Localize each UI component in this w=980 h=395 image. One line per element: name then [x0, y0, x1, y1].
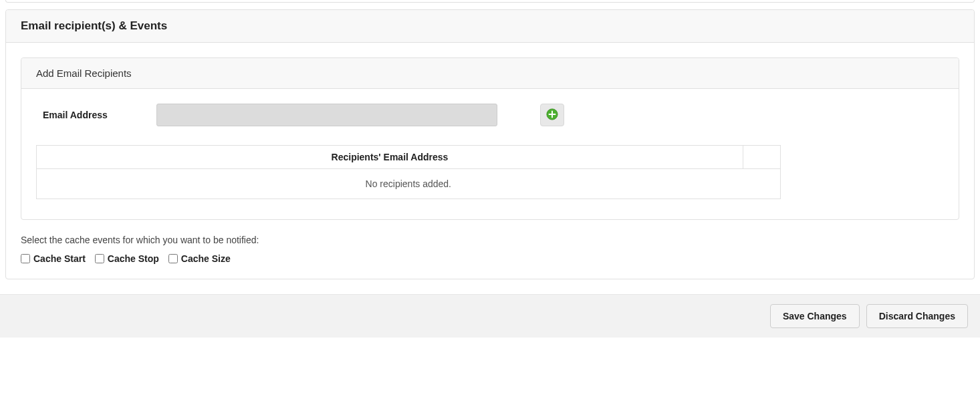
- cache-size-label: Cache Size: [181, 253, 231, 264]
- email-address-row: Email Address: [36, 104, 944, 126]
- add-recipients-title: Add Email Recipients: [21, 58, 959, 89]
- recipients-header-email: Recipients' Email Address: [37, 146, 743, 169]
- footer-bar: Save Changes Discard Changes: [0, 294, 980, 338]
- cache-start-label: Cache Start: [33, 253, 86, 264]
- discard-button[interactable]: Discard Changes: [866, 304, 968, 328]
- events-instruction: Select the cache events for which you wa…: [21, 235, 959, 245]
- cache-stop-checkbox[interactable]: [95, 254, 104, 263]
- panel-title: Email recipient(s) & Events: [6, 10, 974, 43]
- cache-start-checkbox[interactable]: [21, 254, 30, 263]
- plus-circle-icon: [546, 108, 558, 122]
- cache-size-checkbox[interactable]: [168, 254, 178, 263]
- table-row: No recipients added.: [37, 169, 781, 199]
- previous-panel-edge: [5, 0, 975, 3]
- email-events-panel: Email recipient(s) & Events Add Email Re…: [5, 9, 975, 279]
- recipients-empty-message: No recipients added.: [37, 169, 781, 199]
- email-address-input[interactable]: [156, 104, 497, 126]
- email-address-label: Email Address: [36, 110, 156, 120]
- add-recipient-button[interactable]: [540, 104, 564, 126]
- recipients-table: Recipients' Email Address No recipients …: [36, 145, 781, 199]
- cache-stop-label: Cache Stop: [108, 253, 159, 264]
- add-recipients-panel: Add Email Recipients Email Address: [21, 57, 959, 220]
- events-section: Select the cache events for which you wa…: [21, 235, 959, 264]
- save-button[interactable]: Save Changes: [770, 304, 860, 328]
- recipients-header-action: [743, 146, 780, 169]
